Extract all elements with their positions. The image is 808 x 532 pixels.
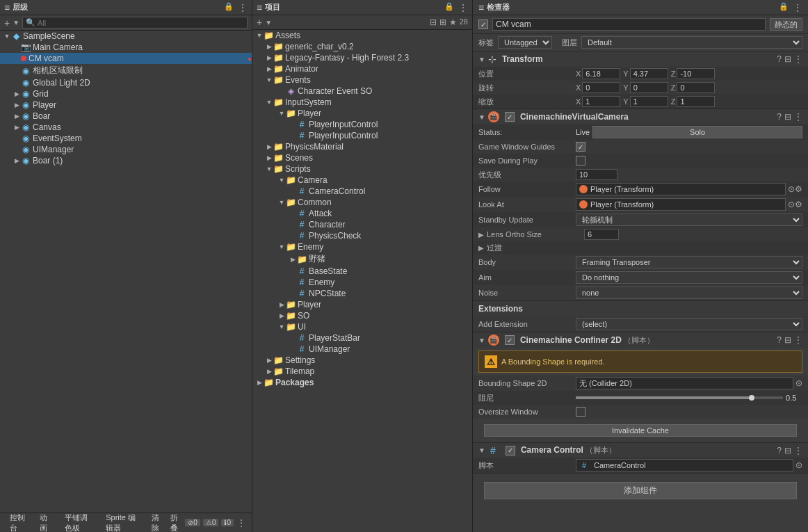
project-item-so[interactable]: ▶ 📁 SO	[252, 310, 472, 321]
project-item-playerstatbar[interactable]: # PlayerStatBar	[252, 332, 472, 344]
priority-input[interactable]	[576, 169, 617, 180]
project-item-assets[interactable]: ▼ 📁 Assets	[252, 30, 472, 41]
project-item-physics[interactable]: ▶ 📁 PhysicsMaterial	[252, 141, 472, 152]
project-item-generic[interactable]: ▶ 📁 generic_char_v0.2	[252, 41, 472, 52]
project-item-tilemap[interactable]: ▶ 📁 Tilemap	[252, 366, 472, 377]
project-item-yezhu[interactable]: ▶ 📁 野猪	[252, 252, 472, 266]
standby-select[interactable]: 轮循机制	[576, 213, 802, 226]
project-item-settings[interactable]: ▶ 📁 Settings	[252, 355, 472, 366]
cinemachine-header[interactable]: ▼ 🎬 ✓ CinemachineVirtualCamera ? ⊟ ⋮	[473, 109, 808, 124]
transform-header[interactable]: ▼ ⊹ Transform ? ⊟ ⋮	[473, 51, 808, 67]
layer-select[interactable]: Default	[581, 36, 802, 49]
save-during-play-checkbox[interactable]	[576, 156, 585, 166]
hierarchy-item-eventsystem[interactable]: ◉ EventSystem	[0, 133, 252, 144]
project-item-attack[interactable]: # Attack	[252, 208, 472, 219]
question-icon[interactable]: ?	[777, 446, 782, 456]
object-name-input[interactable]	[492, 18, 766, 31]
project-item-packages[interactable]: ▶ 📁 Packages	[252, 377, 472, 388]
view-icon2[interactable]: ⊞	[439, 17, 446, 27]
cinemachine-enabled-checkbox[interactable]: ✓	[505, 112, 515, 122]
solo-button[interactable]: Solo	[592, 126, 802, 138]
settings-icon[interactable]: ⊟	[784, 446, 791, 456]
transition-collapse-arrow[interactable]: ▶	[478, 244, 484, 252]
settings-icon[interactable]: ⊟	[784, 112, 791, 122]
lens-input[interactable]	[584, 229, 619, 240]
game-window-checkbox[interactable]: ✓	[576, 142, 585, 152]
project-item-legacy[interactable]: ▶ 📁 Legacy-Fantasy - High Forest 2.3	[252, 52, 472, 63]
project-item-uimanager-script[interactable]: # UIManager	[252, 344, 472, 355]
project-item-playerinputctrl1[interactable]: # PlayerInputControl	[252, 119, 472, 130]
camera-control-header[interactable]: ▼ # ✓ Camera Control （脚本） ? ⊟ ⋮	[473, 443, 808, 458]
confiner-enabled-checkbox[interactable]: ✓	[505, 335, 515, 345]
question-icon[interactable]: ?	[777, 54, 782, 64]
dots-icon[interactable]: ⋮	[794, 54, 802, 64]
hierarchy-item-canvas[interactable]: ▶ ◉ Canvas	[0, 122, 252, 133]
sprite-editor-tab[interactable]: Sprite 编辑器	[102, 511, 142, 533]
add-hierarchy-btn[interactable]: +	[4, 17, 10, 29]
project-item-player-scripts[interactable]: ▶ 📁 Player	[252, 299, 472, 310]
body-select[interactable]: Framing Transposer	[576, 256, 802, 268]
hierarchy-item-boar[interactable]: ▶ ◉ Boar	[0, 111, 252, 122]
add-ext-select[interactable]: (select)	[576, 318, 802, 330]
tag-select[interactable]: Untagged	[498, 36, 552, 49]
dots-icon[interactable]: ⋮	[794, 335, 802, 345]
dots-icon[interactable]: ⋮	[794, 112, 802, 122]
fav-icon[interactable]: ★	[449, 17, 457, 27]
damping-slider[interactable]	[576, 396, 783, 399]
project-item-npcstate[interactable]: # NPCState	[252, 288, 472, 299]
hierarchy-item-maincamera[interactable]: 📷 Main Camera	[0, 42, 252, 53]
project-item-common[interactable]: ▼ 📁 Common	[252, 197, 472, 208]
noise-select[interactable]: none	[576, 287, 802, 299]
project-item-camera-scripts[interactable]: ▼ 📁 Camera	[252, 175, 472, 186]
oversize-checkbox[interactable]	[576, 407, 585, 417]
dots-icon[interactable]: ⋮	[794, 446, 802, 456]
settings-icon[interactable]: ⊟	[784, 54, 791, 64]
camera-control-enabled-checkbox[interactable]: ✓	[506, 446, 515, 456]
confiner-header[interactable]: ▼ 🎬 ✓ Cinemachine Confiner 2D （脚本） ? ⊟ ⋮	[473, 332, 808, 348]
pos-y-input[interactable]	[630, 68, 668, 79]
hierarchy-search-input[interactable]	[38, 19, 244, 27]
project-item-enemy-script[interactable]: # Enemy	[252, 277, 472, 288]
hierarchy-item-boar1[interactable]: ▶ ◉ Boar (1)	[0, 155, 252, 166]
project-item-enemy-folder[interactable]: ▼ 📁 Enemy	[252, 241, 472, 252]
lock-icon[interactable]: 🔒	[444, 2, 454, 13]
project-item-inputsystem[interactable]: ▼ 📁 InputSystem	[252, 97, 472, 108]
toolbar-dots[interactable]: ⋮	[236, 517, 246, 529]
project-item-basestate[interactable]: # BaseState	[252, 266, 472, 277]
scale-z-input[interactable]	[677, 96, 715, 107]
project-item-animator[interactable]: ▶ 📁 Animator	[252, 63, 472, 74]
scale-x-input[interactable]	[582, 96, 620, 107]
ref-pick-icon2[interactable]: ⊙	[788, 200, 795, 209]
hierarchy-item-uimanager[interactable]: ◉ UIManager	[0, 144, 252, 155]
lock-icon[interactable]: 🔒	[224, 2, 234, 13]
ref-settings-icon2[interactable]: ⚙	[795, 200, 802, 209]
hierarchy-item-camera-region[interactable]: ◉ 相机区域限制	[0, 64, 252, 77]
project-item-player-folder[interactable]: ▼ 📁 Player	[252, 108, 472, 119]
project-item-events[interactable]: ▼ 📁 Events	[252, 74, 472, 86]
collapse-btn[interactable]: 折叠	[166, 511, 182, 533]
dots-icon[interactable]: ⋮	[793, 2, 802, 13]
project-item-playerinputctrl2[interactable]: # PlayerInputControl	[252, 130, 472, 141]
control-tab[interactable]: 控制台	[6, 511, 30, 533]
project-item-char-event-so[interactable]: ◈ Character Event SO	[252, 86, 472, 97]
active-checkbox[interactable]: ✓	[478, 19, 488, 29]
script-pick-icon[interactable]: ⊙	[795, 460, 802, 470]
rot-y-input[interactable]	[630, 82, 668, 93]
project-item-ui-folder[interactable]: ▼ 📁 UI	[252, 321, 472, 332]
pos-x-input[interactable]	[582, 68, 620, 79]
static-button[interactable]: 静态的	[770, 18, 802, 31]
lens-collapse-arrow[interactable]: ▶	[478, 231, 484, 239]
pos-z-input[interactable]	[677, 68, 715, 79]
ref-settings-icon[interactable]: ⚙	[795, 184, 802, 194]
hierarchy-item-player[interactable]: ▶ ◉ Player	[0, 99, 252, 111]
aim-select[interactable]: Do nothing	[576, 271, 802, 284]
project-item-character[interactable]: # Character	[252, 219, 472, 230]
hierarchy-item-samplescene[interactable]: ▼ ◆ SampleScene	[0, 31, 252, 42]
animation-tab[interactable]: 动画	[35, 511, 55, 533]
ref-pick-icon[interactable]: ⊙	[788, 184, 795, 194]
project-item-scripts[interactable]: ▼ 📁 Scripts	[252, 163, 472, 175]
question-icon[interactable]: ?	[777, 112, 782, 122]
project-item-scenes[interactable]: ▶ 📁 Scenes	[252, 152, 472, 163]
clear-btn[interactable]: 清除	[147, 511, 163, 533]
invalidate-cache-button[interactable]: Invalidate Cache	[484, 424, 797, 437]
